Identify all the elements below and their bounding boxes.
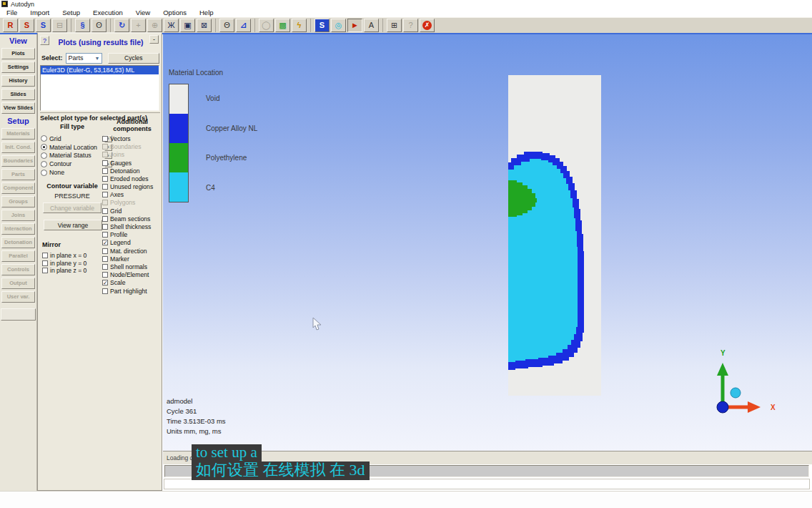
- model-setup-button[interactable]: §: [75, 19, 90, 32]
- component-joins[interactable]: Joins: [102, 151, 162, 159]
- checkbox-icon[interactable]: [102, 144, 108, 150]
- select-dropdown[interactable]: Parts ▼: [66, 53, 102, 64]
- sidebar-item-interaction[interactable]: Interaction: [1, 223, 35, 235]
- radio-icon[interactable]: [41, 170, 47, 176]
- checkbox-icon[interactable]: [102, 200, 108, 205]
- component-vectors[interactable]: Vectors: [102, 135, 162, 143]
- examine-button[interactable]: Θ: [219, 19, 234, 32]
- component-eroded-nodes[interactable]: Eroded nodes: [102, 175, 162, 183]
- sidebar-item-view-slides[interactable]: View Slides: [1, 102, 35, 114]
- checkbox-icon[interactable]: [42, 253, 48, 258]
- checkbox-icon[interactable]: [102, 184, 108, 190]
- probe-button[interactable]: ◯: [259, 19, 274, 32]
- checkbox-icon[interactable]: [102, 240, 108, 245]
- component-unused-regions[interactable]: Unused regions: [102, 183, 162, 191]
- checkbox-icon[interactable]: [102, 256, 108, 262]
- refresh-button[interactable]: ↻: [114, 19, 129, 32]
- component-polygons[interactable]: Polygons: [102, 199, 162, 207]
- new-window-button[interactable]: ⊞: [387, 19, 402, 32]
- sidebar-item-materials[interactable]: Materials: [1, 128, 35, 140]
- triad-button[interactable]: Ж: [164, 19, 179, 32]
- component-part-highlight[interactable]: Part Highlight: [102, 287, 162, 295]
- sidebar-item-output[interactable]: Output: [1, 278, 35, 289]
- fill-type-material-location[interactable]: Material Location: [41, 143, 104, 152]
- checkbox-icon[interactable]: [102, 192, 108, 197]
- zoom-button[interactable]: ⊕: [147, 19, 162, 32]
- checkbox-icon[interactable]: [102, 168, 108, 174]
- expand-view-button[interactable]: ⊠: [197, 19, 212, 32]
- menu-view[interactable]: View: [129, 9, 157, 16]
- component-mat-direction[interactable]: Mat. direction: [102, 247, 162, 255]
- component-profile[interactable]: Profile: [102, 231, 162, 239]
- movie-button[interactable]: ►: [347, 19, 362, 32]
- view-range-button[interactable]: View range: [44, 220, 102, 230]
- snapshot-button[interactable]: ◎: [331, 19, 346, 32]
- checkbox-icon[interactable]: [102, 152, 108, 157]
- mirror-z-checkbox[interactable]: in plane z = 0: [42, 267, 105, 274]
- component-legend[interactable]: Legend: [102, 239, 162, 247]
- menu-options[interactable]: Options: [157, 9, 193, 16]
- checkbox-icon[interactable]: [102, 288, 108, 294]
- sidebar-item-user-var[interactable]: User var.: [1, 291, 35, 303]
- radio-icon[interactable]: [41, 152, 47, 159]
- stop-button[interactable]: ✗: [420, 19, 435, 32]
- checkbox-icon[interactable]: [102, 232, 108, 238]
- checkbox-icon[interactable]: [102, 136, 108, 142]
- fill-type-material-status[interactable]: Material Status: [41, 152, 104, 160]
- checkbox-icon[interactable]: [102, 160, 108, 166]
- simulation-viewport[interactable]: Material Location Void Copper Alloy NL P…: [163, 34, 812, 451]
- sidebar-item-joins[interactable]: Joins: [1, 210, 35, 221]
- help-button[interactable]: ?: [403, 19, 418, 32]
- component-shell-thickness[interactable]: Shell thickness: [102, 223, 162, 231]
- sidebar-item-init-cond[interactable]: Init. Cond.: [1, 142, 35, 153]
- sidebar-item-parallel[interactable]: Parallel: [1, 250, 35, 262]
- checkbox-icon[interactable]: [102, 248, 108, 254]
- checkbox-icon[interactable]: [102, 280, 108, 285]
- cycles-button[interactable]: Cycles: [108, 53, 159, 64]
- component-boundaries[interactable]: Boundaries: [102, 143, 162, 151]
- component-scale[interactable]: Scale: [102, 279, 162, 287]
- open-results-button[interactable]: R: [3, 19, 18, 32]
- radio-icon[interactable]: [41, 135, 47, 142]
- sidebar-item-detonation[interactable]: Detonation: [1, 237, 35, 248]
- plot-edit-button[interactable]: ⊿: [236, 19, 251, 32]
- checkbox-icon[interactable]: [42, 268, 48, 273]
- component-shell-normals[interactable]: Shell normals: [102, 263, 162, 271]
- component-gauges[interactable]: Gauges: [102, 159, 162, 167]
- panel-collapse-button[interactable]: -: [149, 35, 159, 44]
- component-grid[interactable]: Grid: [102, 207, 162, 215]
- annotate-button[interactable]: A: [364, 19, 379, 32]
- checkbox-icon[interactable]: [42, 260, 48, 266]
- component-marker[interactable]: Marker: [102, 255, 162, 263]
- change-variable-button[interactable]: Change variable: [43, 202, 102, 213]
- pan-button[interactable]: +: [131, 19, 146, 32]
- euler-domain-plot[interactable]: [508, 75, 601, 396]
- sidebar-item-slides[interactable]: Slides: [1, 89, 35, 100]
- sidebar-item-settings[interactable]: Settings: [1, 62, 35, 73]
- mirror-x-checkbox[interactable]: in plane x = 0: [42, 252, 105, 259]
- save-button[interactable]: S: [36, 19, 51, 32]
- sidebar-item-history[interactable]: History: [1, 75, 35, 87]
- checkbox-icon[interactable]: [102, 176, 108, 182]
- open-save-button[interactable]: S: [19, 19, 34, 32]
- menu-setup[interactable]: Setup: [56, 9, 86, 16]
- sidebar-item-plots[interactable]: Plots: [1, 48, 35, 59]
- checkbox-icon[interactable]: [102, 264, 108, 270]
- component-detonation[interactable]: Detonation: [102, 167, 162, 175]
- run-button[interactable]: ϟ: [292, 19, 307, 32]
- fill-type-none[interactable]: None: [41, 168, 104, 177]
- material-box-button[interactable]: ▩: [275, 19, 290, 32]
- checkbox-icon[interactable]: [102, 224, 108, 230]
- slides-button[interactable]: S: [315, 19, 330, 32]
- menu-execution[interactable]: Execution: [86, 9, 129, 16]
- checkbox-icon[interactable]: [102, 216, 108, 222]
- hint-button[interactable]: ʘ: [91, 19, 107, 32]
- component-beam-sections[interactable]: Beam sections: [102, 215, 162, 223]
- fill-type-grid[interactable]: Grid: [41, 135, 104, 143]
- fill-type-contour[interactable]: Contour: [41, 160, 104, 168]
- fit-view-button[interactable]: ▣: [180, 19, 195, 32]
- print-button[interactable]: ⊟: [52, 19, 67, 32]
- component-axes[interactable]: Axes: [102, 191, 162, 199]
- sidebar-item-parts[interactable]: Parts: [1, 169, 35, 180]
- menu-import[interactable]: Import: [24, 9, 56, 16]
